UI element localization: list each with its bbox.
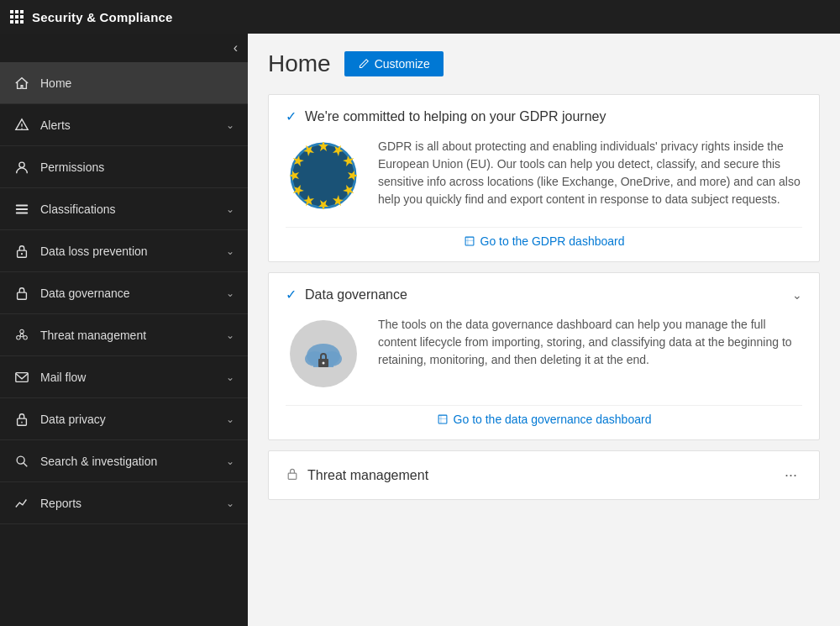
svg-point-7 xyxy=(21,253,23,255)
customize-label: Customize xyxy=(375,57,430,71)
sidebar-item-data-governance[interactable]: Data governance ⌄ xyxy=(0,272,248,314)
svg-rect-5 xyxy=(16,212,28,213)
data-governance-card-header[interactable]: ✓ Data governance ⌄ xyxy=(286,287,802,302)
app-title: Security & Compliance xyxy=(32,10,173,24)
gdpr-link-text: Go to the GDPR dashboard xyxy=(480,234,625,248)
chevron-down-icon: ⌄ xyxy=(792,288,802,302)
gdpr-card-header[interactable]: ✓ We're committed to helping on your GDP… xyxy=(286,108,802,124)
chevron-down-icon: ⌄ xyxy=(226,203,234,215)
check-icon: ✓ xyxy=(286,108,297,124)
chevron-down-icon: ⌄ xyxy=(226,413,234,425)
sidebar-item-classifications[interactable]: Classifications ⌄ xyxy=(0,188,248,230)
chevron-down-icon: ⌄ xyxy=(226,371,234,383)
chart-icon xyxy=(13,495,30,512)
gdpr-card-title: We're committed to helping on your GDPR … xyxy=(305,109,606,124)
svg-rect-13 xyxy=(16,372,28,381)
search-icon xyxy=(13,453,30,470)
sidebar-item-search-investigation[interactable]: Search & investigation ⌄ xyxy=(0,440,248,482)
mail-icon xyxy=(13,369,30,386)
sidebar-item-permissions[interactable]: Permissions xyxy=(0,146,248,188)
gdpr-card-text: GDPR is all about protecting and enablin… xyxy=(378,138,802,208)
svg-point-16 xyxy=(17,456,24,464)
biohazard-icon xyxy=(13,327,30,344)
svg-point-12 xyxy=(24,335,28,339)
sidebar-item-threat-management-label: Threat management xyxy=(40,329,226,342)
chevron-down-icon: ⌄ xyxy=(226,287,234,299)
cloud-governance-image xyxy=(286,316,361,392)
sidebar-item-data-privacy-label: Data privacy xyxy=(40,413,226,426)
sidebar-item-reports[interactable]: Reports ⌄ xyxy=(0,482,248,524)
lock-icon xyxy=(286,467,299,484)
data-governance-card-text: The tools on the data governance dashboa… xyxy=(378,316,802,369)
gdpr-header-left: ✓ We're committed to helping on your GDP… xyxy=(286,108,606,124)
sidebar-item-data-governance-label: Data governance xyxy=(40,287,226,300)
svg-line-17 xyxy=(24,463,27,466)
chevron-down-icon: ⌄ xyxy=(226,245,234,257)
sidebar-item-data-loss-prevention[interactable]: Data loss prevention ⌄ xyxy=(0,230,248,272)
sidebar: ‹ Home Alerts ⌄ xyxy=(0,34,248,626)
ellipsis-button[interactable]: ··· xyxy=(780,465,802,486)
threat-management-card: Threat management ··· xyxy=(268,450,820,500)
data-governance-link-text: Go to the data governance dashboard xyxy=(454,413,652,426)
svg-point-2 xyxy=(19,162,24,167)
svg-point-18 xyxy=(291,144,355,208)
svg-point-1 xyxy=(21,128,22,129)
sidebar-collapse-button[interactable]: ‹ xyxy=(0,34,248,62)
sidebar-item-classifications-label: Classifications xyxy=(40,203,226,216)
sidebar-item-data-privacy[interactable]: Data privacy ⌄ xyxy=(0,398,248,440)
svg-point-38 xyxy=(322,361,324,364)
eu-flag-image xyxy=(286,138,361,213)
svg-point-9 xyxy=(20,334,24,337)
threat-management-card-title: Threat management xyxy=(307,468,428,483)
home-icon xyxy=(13,75,30,92)
chevron-down-icon: ⌄ xyxy=(226,119,234,131)
content-header: Home Customize xyxy=(268,50,820,77)
check-icon: ✓ xyxy=(286,287,297,302)
alert-icon xyxy=(13,117,30,134)
data-governance-card: ✓ Data governance ⌄ xyxy=(268,272,820,440)
chevron-left-icon: ‹ xyxy=(234,40,238,55)
data-governance-card-title: Data governance xyxy=(305,287,407,302)
chevron-down-icon: ⌄ xyxy=(226,455,234,467)
sidebar-item-home-label: Home xyxy=(40,76,234,90)
data-governance-header-left: ✓ Data governance xyxy=(286,287,407,302)
data-governance-card-body: The tools on the data governance dashboa… xyxy=(286,316,802,392)
svg-rect-4 xyxy=(16,208,28,210)
chevron-down-icon: ⌄ xyxy=(226,329,234,341)
lock2-icon xyxy=(13,285,30,302)
gdpr-dashboard-link[interactable]: Go to the GDPR dashboard xyxy=(286,227,802,248)
data-governance-dashboard-link[interactable]: Go to the data governance dashboard xyxy=(286,405,802,426)
svg-rect-31 xyxy=(465,237,474,245)
content-area: Home Customize ✓ We're committed to help… xyxy=(248,34,840,626)
customize-button[interactable]: Customize xyxy=(344,51,444,76)
main-layout: ‹ Home Alerts ⌄ xyxy=(0,34,840,626)
svg-point-10 xyxy=(20,329,24,334)
sidebar-item-threat-management[interactable]: Threat management ⌄ xyxy=(0,314,248,356)
chevron-down-icon: ⌄ xyxy=(226,497,234,509)
sidebar-item-home[interactable]: Home xyxy=(0,62,248,104)
svg-point-11 xyxy=(17,335,21,339)
top-bar: Security & Compliance xyxy=(0,0,840,34)
apps-icon[interactable] xyxy=(10,10,24,24)
svg-rect-39 xyxy=(438,415,447,423)
sidebar-item-data-loss-label: Data loss prevention xyxy=(40,245,226,258)
sidebar-item-alerts[interactable]: Alerts ⌄ xyxy=(0,104,248,146)
threat-management-header-left: Threat management xyxy=(286,467,428,484)
privacy-lock-icon xyxy=(13,411,30,428)
svg-rect-40 xyxy=(288,473,297,479)
gdpr-card: ✓ We're committed to helping on your GDP… xyxy=(268,94,820,262)
lock-icon xyxy=(13,243,30,260)
svg-rect-3 xyxy=(16,204,28,206)
sidebar-item-alerts-label: Alerts xyxy=(40,118,226,132)
threat-management-card-header[interactable]: Threat management ··· xyxy=(286,465,802,486)
sidebar-item-reports-label: Reports xyxy=(40,497,226,510)
sidebar-item-mail-flow-label: Mail flow xyxy=(40,371,226,384)
person-icon xyxy=(13,159,30,176)
svg-rect-8 xyxy=(18,292,27,299)
sidebar-item-mail-flow[interactable]: Mail flow ⌄ xyxy=(0,356,248,398)
sidebar-item-permissions-label: Permissions xyxy=(40,160,234,174)
gdpr-card-body: GDPR is all about protecting and enablin… xyxy=(286,138,802,213)
page-title: Home xyxy=(268,50,331,77)
list-icon xyxy=(13,201,30,218)
sidebar-item-search-investigation-label: Search & investigation xyxy=(40,455,226,468)
